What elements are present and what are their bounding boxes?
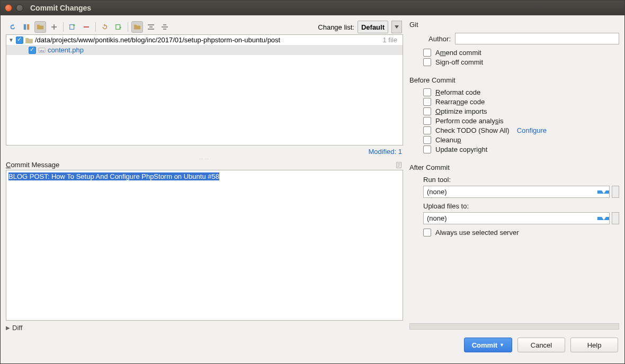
svg-rect-4: [116, 25, 120, 30]
file-checkbox[interactable]: [29, 47, 36, 54]
diff-label: Diff: [12, 324, 22, 332]
author-input[interactable]: [455, 33, 619, 44]
before-commit-option-analysis: Perform code analysis: [423, 117, 619, 125]
svg-rect-0: [24, 24, 26, 30]
change-list-dropdown-button[interactable]: [391, 21, 402, 33]
reformat-checkbox[interactable]: [423, 88, 431, 96]
folder-checkbox[interactable]: [16, 37, 23, 44]
copyright-checkbox[interactable]: [423, 145, 431, 153]
amend-commit-checkbox[interactable]: [423, 49, 431, 57]
minimize-icon[interactable]: [16, 4, 23, 12]
upload-select[interactable]: (none): [423, 212, 610, 224]
rearrange-checkbox[interactable]: [423, 98, 431, 106]
expand-icon[interactable]: [159, 21, 171, 33]
separator: [63, 22, 64, 32]
change-list-label: Change list:: [318, 23, 354, 31]
author-label: Author:: [423, 35, 451, 43]
rollback-icon[interactable]: [99, 21, 111, 33]
always-use-server-checkbox[interactable]: [423, 229, 431, 236]
php-file-icon: php: [38, 47, 46, 54]
tree-folder-row[interactable]: ▼ /data/projects/www/pontikis.net/blog/i…: [6, 35, 403, 45]
change-list-select[interactable]: Default: [358, 21, 388, 33]
chevron-right-icon: ▶: [6, 325, 10, 331]
analysis-checkbox[interactable]: [423, 117, 431, 125]
commit-message-text: BLOG POST: How To Setup And Configure Ph…: [8, 172, 219, 180]
show-diff-icon[interactable]: [21, 21, 32, 33]
commit-message-input[interactable]: BLOG POST: How To Setup And Configure Ph…: [6, 170, 403, 321]
after-commit-title: After Commit: [409, 163, 619, 171]
group-by-directory-icon[interactable]: [34, 21, 46, 33]
optimize-label: Optimize imports: [435, 107, 487, 115]
folder-icon: [25, 37, 33, 43]
help-button[interactable]: Help: [570, 338, 618, 352]
move-to-changelist-icon[interactable]: [113, 21, 124, 33]
reformat-label: Reformat code: [435, 88, 480, 96]
commit-button[interactable]: Commit ▼: [464, 338, 512, 352]
before-commit-title: Before Commit: [409, 76, 619, 84]
splitter-grip[interactable]: ⋯⋯: [6, 157, 403, 161]
run-tool-select[interactable]: (none): [423, 186, 610, 198]
commit-changes-dialog: Commit Changes: [0, 0, 625, 364]
expand-all-icon[interactable]: [48, 21, 60, 33]
before-commit-option-cleanup: Cleanup: [423, 136, 619, 144]
dropdown-button[interactable]: [597, 190, 609, 194]
todo-label: Check TODO (Show All): [435, 126, 510, 134]
before-commit-option-reformat: Reformat code: [423, 88, 619, 96]
amend-commit-label: Amend commit: [435, 49, 481, 57]
before-commit-option-todo: Check TODO (Show All)Configure: [423, 126, 619, 134]
always-use-server-label: Always use selected server: [435, 229, 519, 236]
signoff-commit-checkbox[interactable]: [423, 58, 431, 66]
svg-rect-1: [27, 24, 29, 30]
dialog-footer: Commit ▼ Cancel Help: [6, 332, 619, 358]
before-commit-option-optimize: Optimize imports: [423, 107, 619, 115]
run-tool-extra-button[interactable]: [612, 186, 619, 198]
history-icon[interactable]: [396, 161, 403, 169]
before-commit-option-rearrange: Rearrange code: [423, 98, 619, 106]
separator: [128, 22, 128, 32]
svg-text:php: php: [40, 49, 44, 52]
upload-extra-button[interactable]: [612, 212, 619, 224]
separator: [95, 22, 96, 32]
cleanup-label: Cleanup: [435, 136, 461, 144]
rearrange-label: Rearrange code: [435, 98, 485, 106]
collapse-icon[interactable]: [145, 21, 157, 33]
todo-checkbox[interactable]: [423, 126, 431, 134]
file-name: content.php: [48, 46, 84, 54]
chevron-down-icon[interactable]: ▼: [8, 37, 14, 43]
tree-file-row[interactable]: php content.php: [6, 45, 403, 55]
new-changelist-icon[interactable]: [67, 21, 78, 33]
upload-value: (none): [424, 213, 597, 224]
dropdown-button[interactable]: [597, 217, 609, 220]
delete-icon[interactable]: [81, 21, 92, 33]
titlebar[interactable]: Commit Changes: [1, 1, 624, 15]
refresh-icon[interactable]: [7, 21, 19, 33]
change-list-value: Default: [361, 23, 385, 31]
jump-to-source-icon[interactable]: [131, 21, 143, 33]
configure-link[interactable]: Configure: [517, 126, 547, 134]
run-tool-label: Run tool:: [423, 176, 619, 184]
cancel-button[interactable]: Cancel: [517, 338, 565, 352]
folder-path: /data/projects/www/pontikis.net/blog/inc…: [35, 36, 280, 44]
horizontal-scrollbar[interactable]: [409, 323, 619, 330]
chevron-down-icon: ▼: [499, 342, 504, 348]
before-commit-option-copyright: Update copyright: [423, 145, 619, 153]
changed-files-tree[interactable]: ▼ /data/projects/www/pontikis.net/blog/i…: [6, 34, 403, 145]
run-tool-value: (none): [424, 186, 597, 197]
upload-label: Upload files to:: [423, 202, 619, 210]
close-icon[interactable]: [5, 4, 12, 12]
commit-toolbar: Change list: Default: [6, 20, 403, 34]
optimize-checkbox[interactable]: [423, 107, 431, 115]
window-title: Commit Changes: [30, 4, 91, 12]
svg-rect-3: [84, 26, 89, 28]
diff-section-toggle[interactable]: ▶ Diff: [6, 321, 403, 332]
git-section-title: Git: [409, 21, 619, 29]
analysis-label: Perform code analysis: [435, 117, 504, 125]
copyright-label: Update copyright: [435, 145, 487, 153]
file-count: 1 file: [383, 36, 400, 44]
modified-count: Modified: 1: [6, 145, 403, 157]
commit-message-label: Commit Message: [6, 161, 403, 169]
cleanup-checkbox[interactable]: [423, 136, 431, 144]
signoff-commit-label: Sign-off commit: [435, 58, 483, 66]
